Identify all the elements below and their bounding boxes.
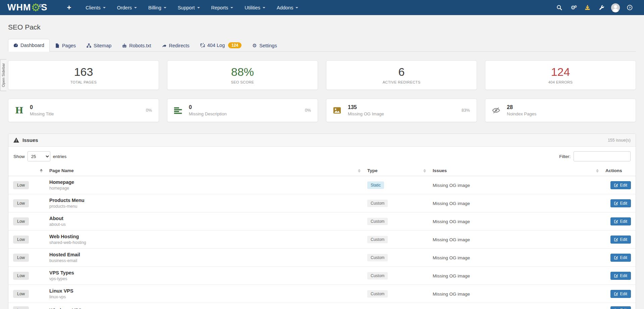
sort-icons[interactable] <box>596 169 599 172</box>
automation-gears-icon: ⚙⚙ <box>571 5 576 10</box>
tab-404-log[interactable]: 404 Log124 <box>195 39 247 52</box>
issue-text: Missing OG image <box>433 183 470 188</box>
page-name: Homepage <box>49 179 361 185</box>
table-row: LowProducts Menuproducts-menuCustomMissi… <box>8 194 636 212</box>
sort-icons[interactable] <box>40 169 43 172</box>
automation-gears-button[interactable]: ⚙⚙ <box>566 0 580 15</box>
type-badge: Custom <box>367 254 388 261</box>
my-account-avatar-button[interactable] <box>608 0 623 15</box>
filter-input[interactable] <box>574 151 631 161</box>
quick-add-button[interactable]: + <box>64 3 75 12</box>
edit-button[interactable]: Edit <box>610 306 631 309</box>
tab-robots-txt[interactable]: Robots.txt <box>117 39 156 52</box>
column-header-severity[interactable] <box>8 165 46 176</box>
severity-badge: Low <box>13 254 29 262</box>
sort-desc-icon <box>40 171 43 172</box>
caret-down-icon <box>263 7 265 8</box>
edit-button[interactable]: Edit <box>610 199 631 207</box>
caret-down-icon <box>296 7 298 8</box>
caret-down-icon <box>230 7 233 8</box>
menu-item-clients[interactable]: Clients <box>80 0 111 15</box>
page-slug: about-us <box>49 222 361 227</box>
table-row: LowWeb Hostingshared-web-hostingCustomMi… <box>8 230 636 249</box>
edit-button[interactable]: Edit <box>610 254 631 262</box>
column-header-page-name[interactable]: Page Name <box>46 165 364 176</box>
menu-item-label: Support <box>178 5 195 10</box>
type-cell <box>364 303 429 309</box>
menu-item-label: Utilities <box>245 5 260 10</box>
page-slug: shared-web-hosting <box>49 240 361 245</box>
menu-item-orders[interactable]: Orders <box>111 0 143 15</box>
edit-button[interactable]: Edit <box>610 290 631 298</box>
mini-card-label: Missing Title <box>30 111 54 116</box>
table-row: LowHosted Emailbusiness-emailCustomMissi… <box>8 249 636 267</box>
page-name-cell: Hosted Emailbusiness-email <box>46 249 364 267</box>
column-header-type[interactable]: Type <box>364 165 429 176</box>
edit-icon <box>614 219 618 223</box>
edit-button[interactable]: Edit <box>610 217 631 225</box>
menu-item-label: Clients <box>86 5 100 10</box>
edit-button-label: Edit <box>620 292 627 296</box>
severity-cell: Low <box>8 249 46 267</box>
heading-icon: H <box>15 106 26 115</box>
page-name: About <box>49 216 361 221</box>
page-name-cell: Homepagehomepage <box>46 176 364 194</box>
tab-pages[interactable]: Pages <box>50 39 81 52</box>
whmcs-logo[interactable]: WHM⚙⚙S <box>7 0 48 15</box>
search-button[interactable] <box>552 0 566 15</box>
page-name: Linux VPS <box>49 288 361 294</box>
type-cell: Custom <box>364 267 429 285</box>
sort-icons[interactable] <box>358 169 361 172</box>
severity-cell: Low <box>8 230 46 249</box>
tab-dashboard[interactable]: Dashboard <box>8 39 50 52</box>
eye-slash-icon <box>492 107 503 114</box>
edit-icon <box>614 256 618 260</box>
menu-item-billing[interactable]: Billing <box>143 0 172 15</box>
align-left-icon <box>174 107 185 114</box>
stat-label: SEO SCORE <box>231 80 254 84</box>
stat-label: ACTIVE REDIRECTS <box>383 80 421 84</box>
robot-icon <box>122 43 127 48</box>
page-name: Windows VPS <box>49 308 361 309</box>
page-name: Hosted Email <box>49 252 361 257</box>
help-button[interactable]: ? <box>623 0 637 15</box>
entries-select[interactable]: 25 <box>28 151 50 161</box>
type-cell: Custom <box>364 212 429 230</box>
updates-download-button[interactable] <box>580 0 594 15</box>
menu-item-utilities[interactable]: Utilities <box>239 0 271 15</box>
edit-icon <box>614 201 618 205</box>
severity-badge: Low <box>13 181 29 189</box>
page-name: Products Menu <box>49 198 361 203</box>
stat-card-seo-score: 88%SEO SCORE <box>167 60 318 90</box>
sort-desc-icon <box>423 171 426 172</box>
page-title: SEO Pack <box>8 23 636 31</box>
edit-button[interactable]: Edit <box>610 236 631 244</box>
system-wrench-button[interactable] <box>594 0 608 15</box>
unlink-icon <box>200 43 205 48</box>
column-header-issues[interactable]: Issues <box>429 165 602 176</box>
severity-badge: Low <box>13 236 29 244</box>
type-badge: Custom <box>367 236 388 243</box>
menu-item-label: Reports <box>211 5 228 10</box>
type-cell: Custom <box>364 249 429 267</box>
tab-settings[interactable]: ⚙Settings <box>247 39 282 52</box>
tab-sitemap[interactable]: Sitemap <box>81 39 117 52</box>
edit-button-label: Edit <box>620 183 627 188</box>
type-cell: Custom <box>364 194 429 212</box>
sort-asc-icon <box>423 169 426 170</box>
edit-button[interactable]: Edit <box>610 181 631 189</box>
severity-badge: Low <box>13 199 29 207</box>
severity-badge: Low <box>13 290 29 298</box>
sort-icons[interactable] <box>423 169 426 172</box>
stat-value: 163 <box>74 66 93 78</box>
menu-item-addons[interactable]: Addons <box>271 0 304 15</box>
edit-button[interactable]: Edit <box>610 272 631 280</box>
actions-cell: Edit <box>602 176 636 194</box>
menu-item-reports[interactable]: Reports <box>206 0 239 15</box>
tab-redirects[interactable]: Redirects <box>157 39 195 52</box>
stat-card-active-redirects: 6ACTIVE REDIRECTS <box>326 60 477 90</box>
severity-cell: Low <box>8 176 46 194</box>
tab-count-badge: 124 <box>228 42 241 48</box>
menu-item-support[interactable]: Support <box>172 0 206 15</box>
open-sidebar-toggle[interactable]: Open Sidebar <box>0 59 6 91</box>
